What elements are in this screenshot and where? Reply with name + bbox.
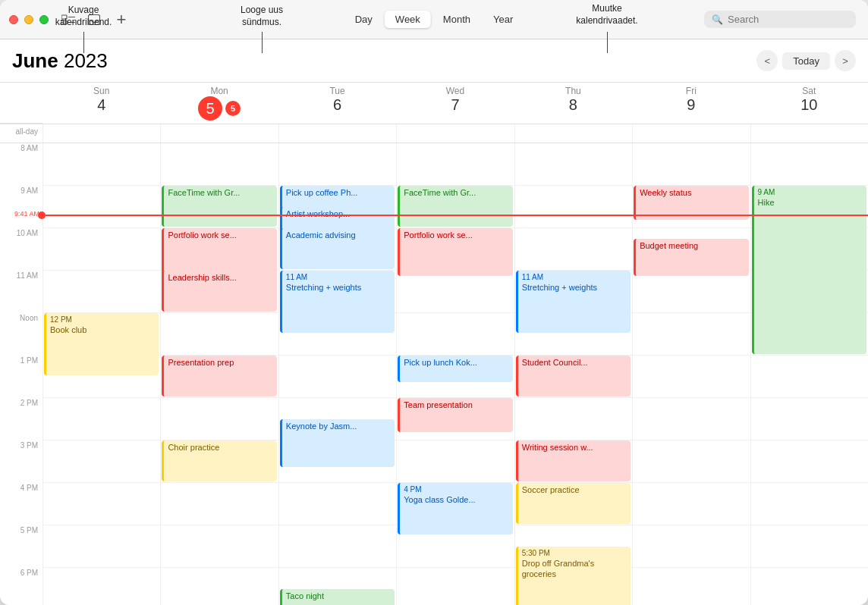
time-cell-day5-h7[interactable] bbox=[632, 440, 750, 483]
next-button[interactable]: > bbox=[835, 50, 856, 71]
time-cell-day4-h2[interactable] bbox=[514, 228, 632, 271]
event-e13[interactable]: 12 PMBook club bbox=[44, 313, 159, 375]
time-cell-day1-h4[interactable] bbox=[160, 313, 278, 356]
time-cell-day6-h0[interactable] bbox=[750, 143, 868, 186]
event-e9[interactable]: Budget meeting bbox=[634, 239, 748, 276]
time-cell-day0-h10[interactable] bbox=[42, 568, 160, 605]
event-e18[interactable]: Keynote by Jasm... bbox=[280, 419, 395, 467]
time-cell-day6-h5[interactable] bbox=[750, 356, 868, 398]
time-cell-day3-h4[interactable] bbox=[396, 313, 514, 356]
event-e3[interactable]: FaceTime with Gr... bbox=[398, 186, 512, 227]
month-year-label: June 2023 bbox=[12, 49, 108, 73]
time-label-4: Noon bbox=[0, 313, 42, 356]
time-cell-day6-h10[interactable] bbox=[750, 568, 868, 605]
time-cell-day5-h10[interactable] bbox=[632, 568, 750, 605]
titlebar: + Day Week Month Year 🔍 bbox=[0, 0, 868, 39]
calendar-list-icon[interactable] bbox=[58, 11, 79, 28]
view-year-button[interactable]: Year bbox=[483, 11, 524, 28]
time-label-7: 3 PM bbox=[0, 440, 42, 483]
day-header-thu: Thu 8 bbox=[514, 83, 632, 124]
allday-mon bbox=[160, 124, 278, 143]
time-cell-day1-h8[interactable] bbox=[160, 483, 278, 525]
event-e24[interactable]: 5:30 PMDrop off Grandma's groceries bbox=[516, 547, 631, 605]
time-label-2: 10 AM bbox=[0, 228, 42, 271]
close-button[interactable] bbox=[9, 15, 18, 24]
time-cell-day4-h0[interactable] bbox=[514, 143, 632, 186]
time-cell-day6-h7[interactable] bbox=[750, 440, 868, 483]
time-cell-day1-h10[interactable] bbox=[160, 568, 278, 605]
time-cell-day3-h0[interactable] bbox=[396, 143, 514, 186]
time-cell-day0-h7[interactable] bbox=[42, 440, 160, 483]
allday-sun bbox=[42, 124, 160, 143]
time-cell-day2-h9[interactable] bbox=[278, 525, 396, 568]
time-cell-day4-h6[interactable] bbox=[514, 398, 632, 440]
time-cell-day5-h6[interactable] bbox=[632, 398, 750, 440]
time-cell-day0-h1[interactable] bbox=[42, 186, 160, 228]
event-e19[interactable]: Choir practice bbox=[162, 440, 276, 481]
time-cell-day0-h2[interactable] bbox=[42, 228, 160, 271]
event-e22[interactable]: Soccer practice bbox=[516, 483, 631, 524]
time-cell-day0-h3[interactable] bbox=[42, 271, 160, 313]
add-event-button[interactable]: + bbox=[111, 11, 132, 28]
time-cell-day5-h9[interactable] bbox=[632, 525, 750, 568]
time-cell-day3-h3[interactable] bbox=[396, 271, 514, 313]
time-cell-day3-h10[interactable] bbox=[396, 568, 514, 605]
view-month-button[interactable]: Month bbox=[432, 11, 481, 28]
event-e15[interactable]: Pick up lunch Kok... bbox=[398, 356, 512, 382]
time-label-9: 5 PM bbox=[0, 525, 42, 568]
event-e16[interactable]: Student Council... bbox=[516, 356, 631, 397]
event-e20[interactable]: Writing session w... bbox=[516, 440, 631, 481]
search-input[interactable] bbox=[728, 14, 848, 25]
today-button[interactable]: Today bbox=[782, 52, 830, 70]
time-cell-day6-h6[interactable] bbox=[750, 398, 868, 440]
time-cell-day1-h6[interactable] bbox=[160, 398, 278, 440]
time-cell-day0-h9[interactable] bbox=[42, 525, 160, 568]
inbox-icon[interactable] bbox=[83, 11, 105, 28]
time-cell-day5-h0[interactable] bbox=[632, 143, 750, 186]
event-e7[interactable]: Academic advising bbox=[280, 228, 395, 269]
time-cell-day4-h1[interactable] bbox=[514, 186, 632, 228]
time-cell-day2-h0[interactable] bbox=[278, 143, 396, 186]
time-cell-day1-h0[interactable] bbox=[160, 143, 278, 186]
event-e14[interactable]: Presentation prep bbox=[162, 356, 276, 397]
search-box[interactable]: 🔍 bbox=[704, 11, 856, 28]
allday-fri bbox=[632, 124, 750, 143]
event-e4[interactable]: Weekly status bbox=[634, 186, 748, 220]
day-header-sat: Sat 10 bbox=[750, 83, 868, 124]
svg-rect-1 bbox=[61, 20, 67, 24]
time-cell-day0-h6[interactable] bbox=[42, 398, 160, 440]
time-cell-day6-h9[interactable] bbox=[750, 525, 868, 568]
time-cell-day0-h0[interactable] bbox=[42, 143, 160, 186]
event-e11[interactable]: 11 AMStretching + weights bbox=[280, 271, 395, 333]
time-cell-day6-h8[interactable] bbox=[750, 483, 868, 525]
event-e1[interactable]: FaceTime with Gr... bbox=[162, 186, 276, 227]
time-cell-day3-h7[interactable] bbox=[396, 440, 514, 483]
minimize-button[interactable] bbox=[24, 15, 33, 24]
allday-label: all-day bbox=[0, 124, 42, 143]
time-label-6: 2 PM bbox=[0, 398, 42, 440]
view-week-button[interactable]: Week bbox=[385, 11, 431, 28]
time-cell-day5-h3[interactable] bbox=[632, 271, 750, 313]
time-cell-day2-h8[interactable] bbox=[278, 483, 396, 525]
event-e21[interactable]: 4 PMYoga class Golde... bbox=[398, 483, 512, 534]
event-e12[interactable]: 11 AMStretching + weights bbox=[516, 271, 631, 333]
view-day-button[interactable]: Day bbox=[344, 11, 383, 28]
allday-wed bbox=[396, 124, 514, 143]
event-e10[interactable]: Leadership skills... bbox=[162, 271, 276, 312]
event-e27[interactable]: 9 AMHike bbox=[752, 186, 866, 354]
prev-button[interactable]: < bbox=[756, 50, 778, 71]
time-cell-day5-h4[interactable] bbox=[632, 313, 750, 356]
maximize-button[interactable] bbox=[39, 15, 49, 24]
day-header-sun: Sun 4 bbox=[42, 83, 160, 124]
event-e8[interactable]: Portfolio work se... bbox=[398, 228, 512, 276]
event-e23[interactable]: Taco night bbox=[280, 589, 395, 605]
event-e6[interactable]: Portfolio work se... bbox=[162, 228, 276, 276]
time-cell-day2-h5[interactable] bbox=[278, 356, 396, 398]
time-cell-day0-h8[interactable] bbox=[42, 483, 160, 525]
day-header-fri: Fri 9 bbox=[632, 83, 750, 124]
time-cell-day5-h5[interactable] bbox=[632, 356, 750, 398]
time-cell-day5-h8[interactable] bbox=[632, 483, 750, 525]
time-cell-day1-h9[interactable] bbox=[160, 525, 278, 568]
event-e17[interactable]: Team presentation bbox=[398, 398, 512, 432]
nav-group: < Today > bbox=[756, 50, 856, 71]
